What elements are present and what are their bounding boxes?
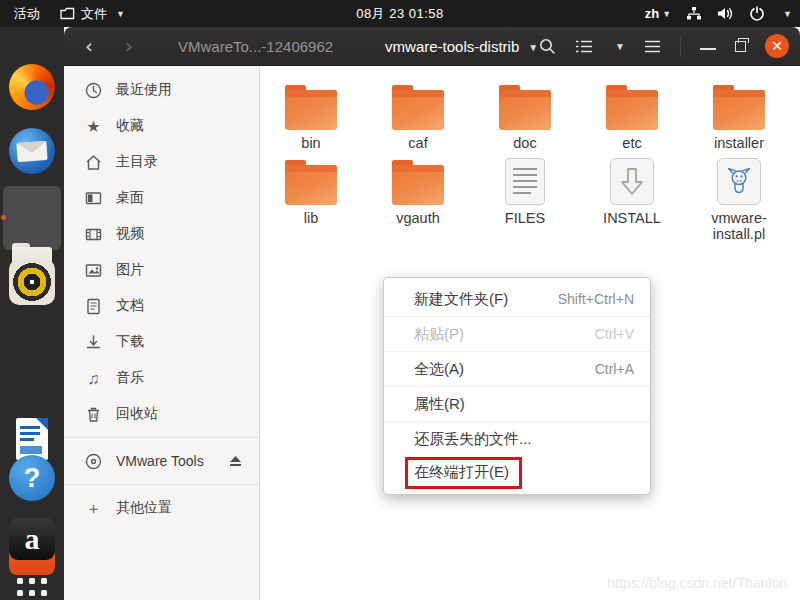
folder-icon	[392, 165, 444, 205]
chevron-down-icon: ▼	[116, 9, 125, 19]
power-icon[interactable]	[749, 6, 765, 22]
menu-item-open-in-terminal[interactable]: 在终端打开(E)	[384, 456, 650, 490]
file-item-lib[interactable]: lib	[263, 151, 359, 226]
sidebar-item-videos[interactable]: 视频	[64, 216, 259, 252]
sidebar-item-label: 下载	[116, 333, 144, 351]
file-item-installer[interactable]: installer	[691, 76, 787, 151]
sidebar-item-label: 回收站	[116, 405, 158, 423]
disc-icon	[85, 453, 102, 470]
breadcrumb-current[interactable]: vmware-tools-distrib ▼	[385, 38, 538, 55]
file-item-caf[interactable]: caf	[370, 76, 466, 151]
app-menu-label: 文件	[81, 5, 107, 23]
file-item-files[interactable]: FILES	[477, 151, 573, 226]
menu-item-paste[interactable]: 粘贴(P) Ctrl+V	[384, 317, 650, 351]
dock: A ? a	[0, 27, 64, 600]
shortcut-label: Ctrl+V	[595, 326, 634, 342]
help-icon[interactable]: ?	[9, 455, 55, 501]
dock-running-dot	[1, 215, 6, 220]
chevron-down-icon[interactable]: ▼	[783, 9, 792, 19]
eject-icon[interactable]	[229, 455, 242, 467]
chevron-down-icon: ▼	[662, 9, 671, 19]
sidebar-separator	[64, 484, 259, 485]
sidebar-item-trash[interactable]: 回收站	[64, 396, 259, 432]
star-icon: ★	[85, 118, 102, 135]
sidebar-item-label: 音乐	[116, 369, 144, 387]
rhythmbox-icon[interactable]	[9, 259, 55, 305]
menu-item-properties[interactable]: 属性(R)	[384, 387, 650, 421]
sidebar-item-desktop[interactable]: 桌面	[64, 180, 259, 216]
sidebar-item-starred[interactable]: ★ 收藏	[64, 108, 259, 144]
firefox-icon[interactable]	[9, 64, 55, 110]
folder-icon	[285, 165, 337, 205]
thunderbird-icon[interactable]	[9, 128, 55, 174]
perl-script-icon	[717, 158, 761, 205]
forward-button[interactable]: ›	[116, 36, 142, 56]
folder-icon	[285, 90, 337, 130]
sidebar-item-home[interactable]: 主目录	[64, 144, 259, 180]
folder-icon	[499, 90, 551, 130]
sidebar-item-music[interactable]: ♫ 音乐	[64, 360, 259, 396]
activities-button[interactable]: 活动	[14, 5, 40, 23]
sidebar-separator	[64, 437, 259, 438]
home-icon	[85, 154, 102, 171]
folder-icon	[392, 90, 444, 130]
window-header: ‹ › VMwareTo...-12406962 vmware-tools-di…	[64, 27, 800, 66]
network-icon[interactable]	[686, 6, 702, 21]
header-separator	[680, 35, 681, 57]
videos-icon	[85, 226, 102, 243]
app-grid-icon[interactable]	[9, 570, 55, 600]
sidebar-item-label: 视频	[116, 225, 144, 243]
folder-icon	[713, 90, 765, 130]
sidebar-item-downloads[interactable]: 下载	[64, 324, 259, 360]
sidebar-item-label: 收藏	[116, 117, 144, 135]
folder-icon	[606, 90, 658, 130]
recent-icon	[85, 82, 102, 99]
sidebar-item-other-locations[interactable]: ＋ 其他位置	[64, 490, 259, 526]
back-button[interactable]: ‹	[76, 36, 102, 56]
file-item-vmware-install-pl[interactable]: vmware-install.pl	[691, 151, 787, 242]
file-item-bin[interactable]: bin	[263, 76, 359, 151]
sidebar: 最近使用 ★ 收藏 主目录 桌面 视频 图片 文档	[64, 66, 260, 600]
file-item-install[interactable]: INSTALL	[584, 151, 680, 226]
volume-icon[interactable]	[717, 6, 734, 21]
sidebar-item-vmware-tools[interactable]: VMware Tools	[64, 443, 259, 479]
maximize-button[interactable]	[735, 41, 746, 52]
downloads-icon	[85, 334, 102, 351]
search-icon[interactable]	[539, 38, 556, 55]
sidebar-item-label: 图片	[116, 261, 144, 279]
menu-item-restore-missing-files[interactable]: 还原丢失的文件...	[384, 422, 650, 456]
minimize-button[interactable]	[700, 36, 716, 50]
folder-outline-icon	[60, 7, 75, 20]
shortcut-label: Shift+Ctrl+N	[558, 291, 634, 307]
language-indicator[interactable]: zh ▼	[645, 6, 671, 21]
view-list-icon[interactable]	[575, 39, 593, 54]
trash-icon	[85, 406, 102, 423]
install-file-icon	[610, 158, 654, 205]
breadcrumb-parent[interactable]: VMwareTo...-12406962	[178, 38, 333, 55]
menu-item-new-folder[interactable]: 新建文件夹(F) Shift+Ctrl+N	[384, 282, 650, 316]
app-menu[interactable]: 文件 ▼	[60, 5, 125, 23]
file-item-vgauth[interactable]: vgauth	[370, 151, 466, 226]
chevron-down-icon: ▼	[528, 42, 538, 53]
clock[interactable]: 08月 23 01:58	[356, 5, 444, 23]
sidebar-item-recent[interactable]: 最近使用	[64, 72, 259, 108]
plus-icon: ＋	[85, 500, 102, 517]
file-item-doc[interactable]: doc	[477, 76, 573, 151]
shortcut-label: Ctrl+A	[595, 361, 634, 377]
sidebar-item-label: 其他位置	[116, 499, 172, 517]
red-highlight-annotation: 在终端打开(E)	[405, 457, 522, 489]
sidebar-item-documents[interactable]: 文档	[64, 288, 259, 324]
sidebar-item-pictures[interactable]: 图片	[64, 252, 259, 288]
context-menu: 新建文件夹(F) Shift+Ctrl+N 粘贴(P) Ctrl+V 全选(A)…	[383, 277, 651, 495]
hamburger-menu-icon[interactable]	[644, 40, 661, 53]
view-options-caret-icon[interactable]: ▼	[615, 41, 625, 52]
close-button[interactable]: ✕	[765, 34, 789, 58]
sidebar-item-label: 桌面	[116, 189, 144, 207]
sidebar-item-label: 主目录	[116, 153, 158, 171]
menu-item-select-all[interactable]: 全选(A) Ctrl+A	[384, 352, 650, 386]
amazon-icon[interactable]: a	[9, 518, 55, 560]
pictures-icon	[85, 262, 102, 279]
file-item-etc[interactable]: etc	[584, 76, 680, 151]
music-icon: ♫	[85, 370, 102, 387]
sidebar-item-label: VMware Tools	[116, 453, 204, 469]
